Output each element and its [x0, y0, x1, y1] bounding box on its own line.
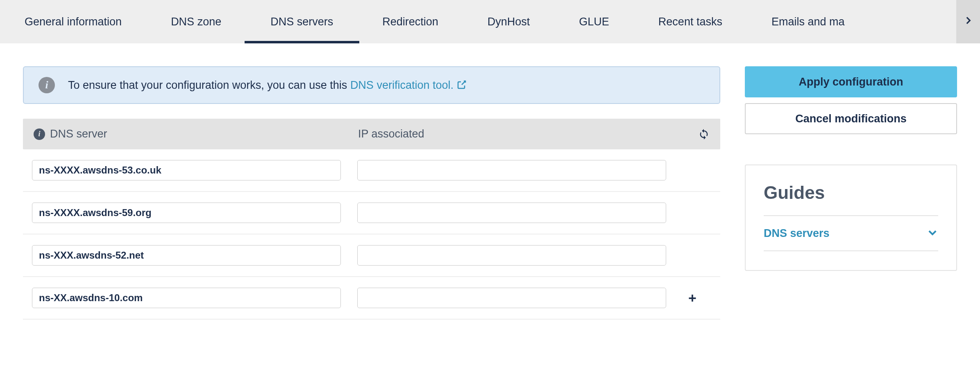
guides-item-label: DNS servers	[764, 227, 830, 240]
tab-scroll-right-button[interactable]	[956, 0, 980, 43]
link-text: DNS verification tool.	[350, 79, 454, 91]
tab-glue[interactable]: GLUE	[554, 0, 634, 43]
dns-row: +	[23, 234, 720, 277]
cancel-modifications-button[interactable]: Cancel modifications	[745, 103, 957, 134]
tab-label: Recent tasks	[658, 16, 722, 28]
banner-text-prefix: To ensure that your configuration works,…	[68, 79, 350, 91]
info-icon: i	[34, 128, 45, 140]
tab-redirection[interactable]: Redirection	[358, 0, 463, 43]
dns-server-input[interactable]	[32, 203, 341, 223]
dns-rows: + + + +	[23, 149, 720, 320]
tab-label: DNS zone	[171, 16, 221, 28]
column-header-dns-server: i DNS server	[34, 128, 358, 140]
tab-dns-zone[interactable]: DNS zone	[146, 0, 246, 43]
ip-associated-input[interactable]	[357, 160, 666, 180]
chevron-down-icon	[927, 227, 938, 240]
dns-row: +	[23, 277, 720, 320]
tab-label: Redirection	[382, 16, 438, 28]
tab-label: DynHost	[488, 16, 530, 28]
tab-nav: General information DNS zone DNS servers…	[0, 0, 980, 43]
tab-recent-tasks[interactable]: Recent tasks	[634, 0, 747, 43]
dns-server-input[interactable]	[32, 160, 341, 180]
refresh-button[interactable]	[690, 128, 710, 140]
info-icon: i	[39, 77, 55, 93]
guides-title: Guides	[764, 182, 938, 203]
tab-label: Emails and ma	[771, 16, 845, 28]
column-header-label: IP associated	[358, 128, 424, 140]
guides-item-dns-servers[interactable]: DNS servers	[764, 215, 938, 251]
tab-dynhost[interactable]: DynHost	[463, 0, 555, 43]
dns-server-input[interactable]	[32, 245, 341, 266]
chevron-right-icon	[963, 15, 973, 29]
tab-label: General information	[25, 16, 122, 28]
tab-label: GLUE	[579, 16, 609, 28]
dns-row: +	[23, 149, 720, 192]
column-header-label: DNS server	[50, 128, 107, 140]
dns-table-header: i DNS server IP associated	[23, 119, 720, 149]
tab-label: DNS servers	[270, 16, 333, 28]
ip-associated-input[interactable]	[357, 288, 666, 308]
dns-row: +	[23, 192, 720, 234]
external-link-icon	[457, 79, 467, 91]
add-row-button[interactable]: +	[683, 290, 702, 306]
plus-icon: +	[688, 290, 696, 306]
apply-configuration-button[interactable]: Apply configuration	[745, 66, 957, 97]
tab-emails[interactable]: Emails and ma	[747, 0, 873, 43]
tab-general-information[interactable]: General information	[0, 0, 146, 43]
banner-text: To ensure that your configuration works,…	[68, 79, 467, 92]
guides-panel: Guides DNS servers	[745, 164, 957, 271]
column-header-ip-associated: IP associated	[358, 128, 690, 140]
dns-server-input[interactable]	[32, 288, 341, 308]
ip-associated-input[interactable]	[357, 245, 666, 266]
ip-associated-input[interactable]	[357, 203, 666, 223]
dns-verification-link[interactable]: DNS verification tool.	[350, 79, 467, 91]
tab-dns-servers[interactable]: DNS servers	[246, 0, 358, 43]
info-banner: i To ensure that your configuration work…	[23, 66, 720, 104]
